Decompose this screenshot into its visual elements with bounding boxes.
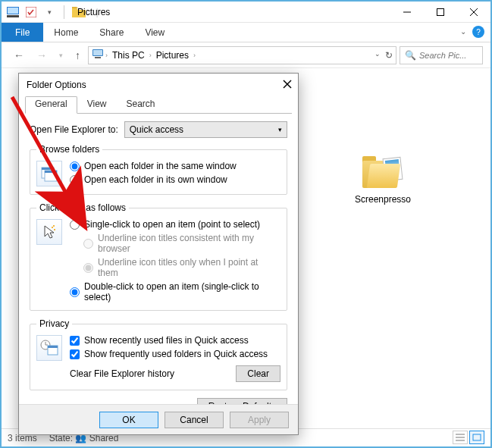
search-box[interactable]: 🔍 <box>400 46 483 64</box>
radio-underline-point: Underline icon titles only when I point … <box>83 257 280 278</box>
nav-recent-dropdown[interactable]: ▾ <box>55 50 67 61</box>
clear-history-button[interactable]: Clear <box>236 365 280 382</box>
crumb-sep-icon[interactable]: › <box>149 52 152 59</box>
dialog-tab-search[interactable]: Search <box>117 96 165 114</box>
privacy-legend: Privacy <box>36 318 72 329</box>
crumb-this-pc[interactable]: This PC <box>109 50 148 61</box>
tab-file[interactable]: File <box>2 23 43 42</box>
apply-button[interactable]: Apply <box>230 412 289 428</box>
ribbon-expand-icon[interactable]: ⌄ <box>460 27 466 36</box>
dialog-title: Folder Options <box>27 80 86 90</box>
svg-rect-10 <box>95 57 101 58</box>
radio-own-window[interactable]: Open each folder in its own window <box>70 174 280 185</box>
open-explorer-to-combo[interactable]: Quick access ▾ <box>124 121 287 138</box>
svg-rect-20 <box>45 171 57 173</box>
qat-properties-icon[interactable] <box>24 5 38 19</box>
dialog-tabs: General View Search <box>25 96 292 114</box>
radio-same-window[interactable]: Open each folder in the same window <box>70 161 280 171</box>
folder-thumbnail-icon <box>362 156 403 190</box>
crumb-sep-icon[interactable]: › <box>193 52 196 59</box>
svg-rect-1 <box>8 8 18 14</box>
checkbox-frequent-folders[interactable]: Show frequently used folders in Quick ac… <box>70 349 280 359</box>
click-items-group: Click items as follows Single-click to o… <box>30 202 287 311</box>
search-input[interactable] <box>419 51 480 60</box>
privacy-group: Privacy Show recently used files in Quic… <box>30 318 287 390</box>
crumb-pictures[interactable]: Pictures <box>153 50 192 61</box>
navigation-bar: ← → ▾ ↑ › This PC › Pictures › ⌄ ↻ 🔍 <box>2 42 490 68</box>
tab-share[interactable]: Share <box>89 23 134 42</box>
nav-up-button[interactable]: ↑ <box>71 48 85 63</box>
radio-double-click[interactable]: Double-click to open an item (single-cli… <box>70 281 280 302</box>
refresh-icon[interactable]: ↻ <box>385 50 393 61</box>
pc-icon <box>92 49 104 61</box>
folder-item-screenpresso[interactable]: Screenpresso <box>353 156 413 205</box>
svg-point-22 <box>54 229 55 230</box>
crumb-sep-icon[interactable]: › <box>105 52 108 59</box>
explorer-app-icon <box>6 5 20 19</box>
svg-rect-2 <box>7 15 19 17</box>
qat-chevron-down-icon[interactable]: ▾ <box>42 5 56 19</box>
radio-single-click[interactable]: Single-click to open an item (point to s… <box>70 219 280 230</box>
dialog-tab-general[interactable]: General <box>25 96 77 114</box>
open-explorer-to-label: Open File Explorer to: <box>30 124 118 135</box>
radio-underline-browser: Underline icon titles consistent with my… <box>83 233 280 254</box>
ribbon-tabs: File Home Share View ⌄ ? <box>2 23 490 42</box>
svg-rect-18 <box>42 168 54 170</box>
close-window-button[interactable] <box>457 2 490 23</box>
privacy-icon <box>36 335 62 361</box>
svg-rect-9 <box>93 50 102 55</box>
help-icon[interactable]: ? <box>472 26 484 38</box>
search-icon: 🔍 <box>405 50 416 61</box>
clear-history-label: Clear File Explorer history <box>70 368 174 379</box>
address-bar[interactable]: › This PC › Pictures › ⌄ ↻ <box>88 46 396 64</box>
minimize-button[interactable] <box>390 2 424 23</box>
click-cursor-icon <box>36 219 62 245</box>
browse-folders-legend: Browse folders <box>36 144 102 155</box>
folder-label: Screenpresso <box>353 194 413 205</box>
chevron-down-icon: ▾ <box>278 126 282 133</box>
window-titlebar: ▾ | Pictures <box>2 2 490 23</box>
view-large-icons-button[interactable] <box>469 431 484 444</box>
cancel-button[interactable]: Cancel <box>165 412 224 428</box>
open-explorer-to-value: Quick access <box>130 124 183 135</box>
nav-forward-button[interactable]: → <box>32 48 52 63</box>
dialog-tab-view[interactable]: View <box>77 96 117 114</box>
browse-folders-group: Browse folders Open each folder in the s… <box>30 144 287 195</box>
browse-folders-icon <box>36 161 62 186</box>
svg-point-23 <box>53 225 55 227</box>
tab-home[interactable]: Home <box>43 23 89 42</box>
checkbox-recent-files[interactable]: Show recently used files in Quick access <box>70 335 280 346</box>
maximize-button[interactable] <box>424 2 457 23</box>
svg-rect-5 <box>437 8 444 15</box>
svg-point-21 <box>52 227 53 228</box>
nav-back-button[interactable]: ← <box>9 48 29 63</box>
click-items-legend: Click items as follows <box>36 202 129 213</box>
tab-view[interactable]: View <box>134 23 175 42</box>
dialog-button-row: OK Cancel Apply <box>19 404 298 434</box>
svg-rect-28 <box>48 346 58 348</box>
folder-options-dialog: Folder Options General View Search Open … <box>18 73 299 435</box>
window-title: Pictures <box>77 7 110 17</box>
view-details-button[interactable] <box>453 431 468 444</box>
ok-button[interactable]: OK <box>99 412 158 428</box>
svg-rect-14 <box>473 434 481 440</box>
addr-dropdown-icon[interactable]: ⌄ <box>374 50 381 61</box>
dialog-close-button[interactable] <box>283 80 292 91</box>
